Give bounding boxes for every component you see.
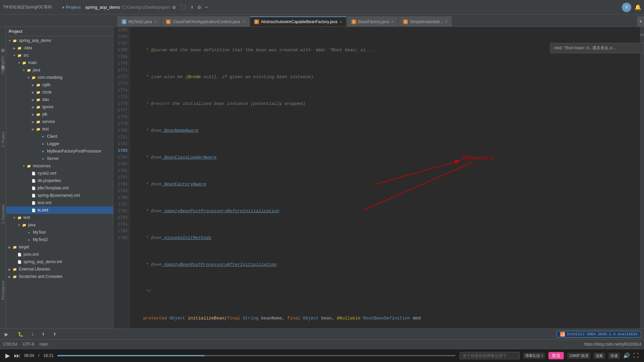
debug-btn[interactable]: 🐛 [16,331,25,338]
expand-idea[interactable]: ▶ [12,46,17,50]
label-ioc[interactable]: 7年经松搞定SpringIOC客码 [0,53,6,77]
tree-item-springxml[interactable]: ▶ 📄 spring-${username}.xml [6,192,113,199]
tab-close-mytest2[interactable]: ✕ [154,20,157,23]
tree-item-src[interactable]: ▼ 📁 src [6,52,113,59]
expand-main[interactable]: ▼ [17,61,21,65]
tree-item-jdk[interactable]: ▶ 📁 jdk [6,111,113,118]
tree-item-mytest2[interactable]: ▶ ● MyTest2 [6,236,113,243]
expand-test-root[interactable]: ▼ [12,216,17,220]
tree-item-jdbcxml[interactable]: ▶ 📄 jdbcTemplate.xml [6,184,113,192]
layout-icon[interactable]: ⬛ [180,4,186,11]
expand-dao[interactable]: ▶ [31,98,36,102]
config-icon[interactable]: ⚙ [198,4,201,11]
step-into-btn[interactable]: ⬇ [40,331,47,337]
run-btn[interactable]: ▶ [3,331,12,338]
resolution-badge[interactable]: 1080P 高清 [567,353,590,359]
tree-item-iml[interactable]: ▶ 📄 spring_aop_demo.iml [6,258,113,265]
expand-jdk[interactable]: ▶ [31,113,36,116]
tab-simpleinstantiation[interactable]: C SimpleInstantiati... ✕ [399,16,452,26]
scrollbar-vertical[interactable] [640,27,644,328]
tab-close-abstractautowire[interactable]: ✕ [339,20,342,24]
expand-service[interactable]: ▶ [31,120,36,124]
tree-item-mybeanfactory[interactable]: ▶ ● MyBeanFactoryPostProcessor [6,147,113,155]
tabs-overflow-arrow[interactable]: ▼ [637,16,644,26]
send-btn[interactable]: 发送 [548,352,564,359]
project-label[interactable]: ● Project [62,5,81,10]
tree-item-txml[interactable]: ▶ 📄 tx.xml [6,206,113,214]
tree-item-idea[interactable]: ▶ 📁 .idea [6,44,113,52]
tab-close-classpathxml[interactable]: ✕ [242,20,245,23]
split-icon[interactable]: ⬆ [191,4,194,11]
tab-beanfactory[interactable]: C BeanFactory.java ✕ [347,16,398,26]
tree-item-extlibs[interactable]: ▶ 📁 External Libraries [6,265,113,273]
expand-java-test[interactable]: ▼ [17,223,21,227]
settings-icon[interactable]: ⚙ [172,4,176,11]
tree-item-logger[interactable]: ▶ ● Logger [6,140,113,147]
tree-item-mytest[interactable]: ▶ ● MyTest [6,229,113,236]
tree-item-test-root[interactable]: ▼ 📁 test [6,214,113,221]
fullscreen-btn[interactable]: ⛶ [633,353,639,359]
minimize-icon[interactable]: — [205,4,208,10]
tree-item-ignore[interactable]: ▶ 📁 ignore [6,103,113,111]
selection-badge[interactable]: 选集 [594,353,605,359]
scrollbar-thumb[interactable] [640,34,644,36]
status-encoding[interactable]: UTF-8 [22,342,34,347]
next-btn[interactable]: ⏭ [14,352,20,359]
expand-circle[interactable]: ▶ [31,90,36,94]
label-persistence[interactable]: Persistence [0,278,6,302]
expand-ignore[interactable]: ▶ [31,105,36,109]
tree-item-test-inner[interactable]: ▶ 📁 test [6,125,113,133]
expand-java[interactable]: ▼ [21,68,26,72]
danmu-礼仪-btn[interactable]: 弹幕礼仪 > [523,353,545,359]
status-line-col[interactable]: 1783:54 [3,342,17,347]
tab-mytest2[interactable]: J MyTest2.java ✕ [117,16,161,26]
expand-resources[interactable]: ▼ [21,164,26,168]
danmu-input[interactable] [460,352,520,359]
tree-item-server[interactable]: ▶ ● Server [6,155,113,162]
play-pause-btn[interactable]: ▶ [5,352,10,359]
expand-root[interactable]: ▼ [7,39,12,43]
code-content[interactable]: * @param mbd the bean definition that th… [130,27,640,328]
tree-item-dbprops[interactable]: ▶ 📄 db.properties [6,177,113,184]
tree-item-com[interactable]: ▼ 📁 com.masibing [6,74,113,81]
tree-label-scratches: Scratches and Consoles [19,274,62,279]
intellij-notice[interactable]: IntelliJ IDEA 2020.1.4 available [556,331,641,338]
speed-badge[interactable]: 倍速 [608,353,620,359]
tree-item-dao[interactable]: ▶ 📁 dao [6,96,113,103]
expand-com[interactable]: ▼ [26,76,31,79]
tab-close-simpleinstantiation[interactable]: ✕ [445,20,447,23]
tree-item-pomxml[interactable]: ▶ 📄 pom.xml [6,251,113,258]
tab-classpathxml[interactable]: C ClassPathXmlApplicationContext.java ✕ [162,16,249,26]
expand-extlibs[interactable]: ▶ [7,267,12,271]
expand-target[interactable]: ▶ [7,245,12,249]
tree-item-java[interactable]: ▼ 📁 java [6,66,113,74]
tree-item-main[interactable]: ▼ 📁 main [6,59,113,66]
notification-icon[interactable]: 🔔 [635,4,641,11]
tree-item-testxml[interactable]: ▶ 📄 test.xml [6,199,113,206]
expand-src[interactable]: ▼ [12,54,17,57]
tree-item-cglib[interactable]: ▶ 📁 cglib [6,81,113,88]
status-branch[interactable]: main [39,342,48,347]
folder-icon-resources: 📁 [26,163,32,169]
tree-item-java-test[interactable]: ▼ 📁 java [6,221,113,229]
avatar-icon[interactable]: U [622,3,631,12]
step-out-btn[interactable]: ⬆ [51,331,58,337]
progress-bar[interactable] [57,355,455,356]
tree-item-circle[interactable]: ▶ 📁 circle [6,88,113,96]
step-over-btn[interactable]: ⤵ [30,331,36,337]
tree-item-root[interactable]: ▼ 📁 spring_aop_demo [6,37,113,44]
tree-item-scratches[interactable]: ▶ 📁 Scratches and Consoles [6,273,113,280]
label-favorites[interactable]: 2: Favorites [0,202,6,226]
volume-btn[interactable]: 🔊 [623,352,630,359]
tab-abstractautowire[interactable]: C AbstractAutowireCapableBeanFactory.jav… [250,16,346,26]
tree-item-resources[interactable]: ▼ 📁 resources [6,162,113,170]
expand-cglib[interactable]: ▶ [31,83,36,87]
tree-item-cycle2xml[interactable]: ▶ 📄 cycle2.xml [6,170,113,177]
tree-item-target[interactable]: ▶ 📁 target [6,243,113,251]
label-project[interactable]: 1: Project [0,129,6,150]
tree-item-client[interactable]: ▶ ● Client [6,133,113,140]
expand-test-inner[interactable]: ▶ [31,127,36,131]
tab-close-beanfactory[interactable]: ✕ [391,20,394,23]
expand-scratches[interactable]: ▶ [7,275,12,279]
tree-item-service[interactable]: ▶ 📁 service [6,118,113,125]
